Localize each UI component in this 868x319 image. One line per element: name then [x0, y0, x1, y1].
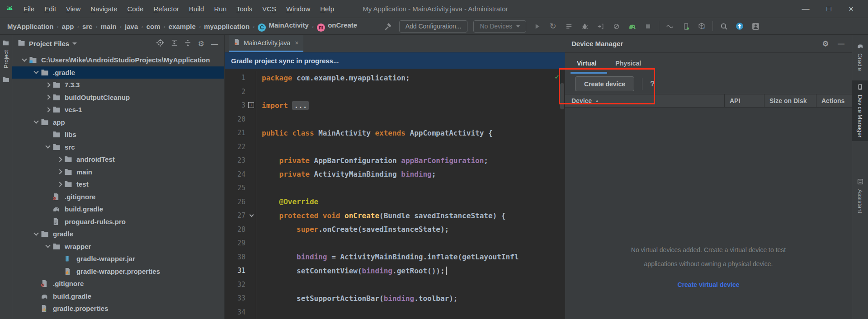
fold-collapse-icon[interactable]	[250, 213, 254, 217]
play-icon[interactable]	[532, 21, 542, 31]
tree-item[interactable]: gradle-wrapper.jar	[12, 253, 224, 265]
chevron-down-icon[interactable]	[45, 144, 50, 149]
breadcrumb-item[interactable]: myapplication	[204, 23, 250, 30]
device-file-explorer-icon[interactable]	[681, 21, 691, 31]
help-icon[interactable]: ?	[650, 80, 655, 89]
code-editor[interactable]: ✓ 1package com.example.myapplication;23+…	[225, 69, 565, 319]
breadcrumb-item[interactable]: MyApplication	[7, 23, 54, 30]
chevron-right-icon[interactable]	[57, 169, 62, 174]
menu-file[interactable]: File	[19, 5, 39, 13]
column-header-actions[interactable]: Actions	[816, 94, 852, 107]
chevron-down-icon[interactable]	[33, 230, 38, 235]
hammer-icon[interactable]	[383, 21, 393, 31]
gear-icon[interactable]: ⚙	[822, 39, 829, 48]
commit-icon[interactable]	[665, 21, 675, 31]
add-configuration-button[interactable]: Add Configuration...	[399, 20, 468, 33]
tree-item[interactable]: proguard-rules.pro	[12, 216, 224, 228]
tree-item[interactable]: main	[12, 166, 224, 178]
chevron-down-icon[interactable]	[33, 69, 38, 74]
menu-run[interactable]: Run	[209, 5, 231, 13]
gradle-sync-icon[interactable]	[627, 21, 637, 31]
breadcrumb-item[interactable]: com	[146, 23, 160, 30]
tree-item[interactable]: build.gradle	[12, 290, 224, 303]
menu-tools[interactable]: Tools	[231, 5, 257, 13]
tab-virtual[interactable]: Virtual	[577, 60, 596, 67]
tool-window-folder-button[interactable]	[3, 76, 9, 84]
tree-item[interactable]: wrapper	[12, 240, 224, 253]
updates-icon[interactable]	[735, 21, 745, 31]
menu-view[interactable]: View	[61, 5, 85, 13]
menu-build[interactable]: Build	[184, 5, 209, 13]
chevron-right-icon[interactable]	[45, 107, 50, 112]
tree-item[interactable]: .gradle	[12, 66, 224, 79]
attach-debugger-icon[interactable]	[595, 21, 605, 31]
tool-window-device-manager-button[interactable]: Device Manager	[852, 80, 868, 141]
breadcrumb-item-method[interactable]: monCreate	[317, 21, 357, 32]
chevron-right-icon[interactable]	[57, 157, 62, 162]
menu-window[interactable]: Window	[281, 5, 315, 13]
hide-panel-icon[interactable]: —	[211, 40, 218, 47]
create-virtual-device-link[interactable]: Create virtual device	[678, 281, 740, 288]
tree-item[interactable]: test	[12, 178, 224, 191]
menu-refactor[interactable]: Refactor	[148, 5, 184, 13]
chevron-right-icon[interactable]	[45, 82, 50, 87]
folded-imports[interactable]: ...	[292, 101, 309, 110]
tool-window-project-button[interactable]: Project	[3, 39, 9, 68]
menu-code[interactable]: Code	[123, 5, 149, 13]
profiler-icon[interactable]	[611, 21, 621, 31]
tab-mainactivity-java[interactable]: MainActivity.java ×	[229, 35, 303, 52]
chevron-down-icon[interactable]	[45, 243, 50, 248]
breadcrumb-item[interactable]: example	[169, 23, 196, 30]
breadcrumb-item[interactable]: main	[101, 23, 117, 30]
tree-item[interactable]: app	[12, 116, 224, 129]
tool-window-gradle-button[interactable]: Gradle	[852, 39, 868, 74]
chevron-right-icon[interactable]	[57, 182, 62, 187]
breadcrumb-item[interactable]: app	[62, 23, 74, 30]
column-header-size-on-disk[interactable]: Size on Disk	[764, 94, 816, 107]
hide-panel-icon[interactable]: —	[838, 40, 844, 47]
minimize-button[interactable]: —	[802, 5, 810, 14]
debug-icon[interactable]	[580, 21, 590, 31]
avd-manager-icon[interactable]	[697, 21, 707, 31]
profile-icon[interactable]	[750, 21, 760, 31]
create-device-button[interactable]: Create device	[575, 76, 634, 91]
tree-item[interactable]: C:\Users\Mike\AndroidStudioProjects\MyAp…	[12, 54, 224, 66]
breadcrumb-item[interactable]: src	[82, 23, 93, 30]
close-tab-icon[interactable]: ×	[295, 39, 298, 47]
editor-scrollbar[interactable]	[560, 83, 564, 109]
expand-all-icon[interactable]	[171, 39, 178, 48]
tree-item[interactable]: src	[12, 141, 224, 154]
menu-edit[interactable]: Edit	[39, 5, 61, 13]
menu-navigate[interactable]: Navigate	[85, 5, 122, 13]
gear-icon[interactable]: ⚙	[198, 39, 204, 48]
rerun-icon[interactable]: ↻	[548, 21, 558, 31]
tree-item[interactable]: gradle	[12, 228, 224, 240]
menu-help[interactable]: Help	[315, 5, 339, 13]
tab-physical[interactable]: Physical	[615, 60, 641, 67]
tree-item[interactable]: gradle.properties	[12, 302, 224, 315]
chevron-down-icon[interactable]	[22, 56, 27, 61]
tree-item[interactable]: libs	[12, 128, 224, 141]
fold-expand-icon[interactable]: +	[248, 102, 254, 108]
breadcrumb-item-class[interactable]: CMainActivity	[258, 21, 308, 32]
locate-file-icon[interactable]	[156, 39, 164, 48]
tree-item[interactable]: .gitignore	[12, 277, 224, 290]
breadcrumb-item[interactable]: java	[125, 23, 138, 30]
stop-icon[interactable]	[643, 21, 653, 31]
maximize-button[interactable]: □	[827, 5, 831, 14]
project-view-selector[interactable]: Project Files	[29, 40, 69, 47]
column-header-api[interactable]: API	[724, 94, 764, 107]
column-header-device[interactable]: Device▲	[565, 94, 724, 107]
tool-window-assistant-button[interactable]: Assistant	[852, 175, 868, 216]
tree-item[interactable]: gradle-wrapper.properties	[12, 265, 224, 278]
search-icon[interactable]	[719, 21, 729, 31]
collapse-all-icon[interactable]	[184, 39, 191, 48]
tree-item[interactable]: buildOutputCleanup	[12, 91, 224, 104]
chevron-down-icon[interactable]	[33, 119, 38, 124]
chevron-right-icon[interactable]	[45, 95, 50, 100]
tree-item[interactable]: 7.3.3	[12, 79, 224, 91]
tree-item[interactable]: .gitignore	[12, 191, 224, 203]
device-select-dropdown[interactable]: No Devices	[473, 20, 526, 33]
tree-item[interactable]: vcs-1	[12, 103, 224, 116]
tree-item[interactable]: androidTest	[12, 153, 224, 166]
